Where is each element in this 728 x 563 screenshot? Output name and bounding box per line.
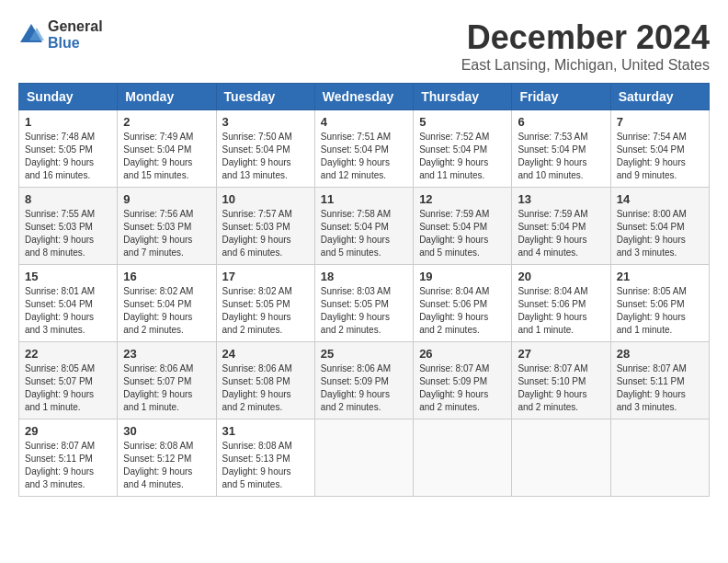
day-info: Sunrise: 7:48 AM Sunset: 5:05 PM Dayligh… (25, 131, 111, 182)
calendar-cell: 25 Sunrise: 8:06 AM Sunset: 5:09 PM Dayl… (314, 342, 413, 419)
day-number: 3 (222, 115, 309, 129)
day-info: Sunrise: 8:06 AM Sunset: 5:07 PM Dayligh… (123, 362, 210, 414)
logo: General Blue (18, 18, 103, 51)
weekday-header-friday: Friday (512, 84, 610, 110)
calendar-week-1: 1 Sunrise: 7:48 AM Sunset: 5:05 PM Dayli… (19, 110, 710, 188)
day-number: 22 (25, 347, 111, 361)
day-number: 1 (25, 115, 111, 129)
day-number: 18 (321, 270, 407, 283)
day-number: 24 (222, 347, 309, 361)
calendar-cell: 22 Sunrise: 8:05 AM Sunset: 5:07 PM Dayl… (19, 342, 118, 419)
day-number: 10 (222, 192, 309, 206)
day-number: 15 (25, 270, 111, 283)
calendar-cell (610, 419, 709, 497)
calendar-header-row: SundayMondayTuesdayWednesdayThursdayFrid… (19, 84, 710, 110)
calendar-cell: 28 Sunrise: 8:07 AM Sunset: 5:11 PM Dayl… (610, 342, 709, 419)
day-info: Sunrise: 8:04 AM Sunset: 5:06 PM Dayligh… (419, 285, 506, 337)
day-info: Sunrise: 8:06 AM Sunset: 5:08 PM Dayligh… (222, 362, 309, 414)
title-block: December 2024 East Lansing, Michigan, Un… (461, 18, 710, 74)
calendar-cell: 17 Sunrise: 8:02 AM Sunset: 5:05 PM Dayl… (216, 265, 314, 342)
weekday-header-monday: Monday (118, 84, 216, 110)
day-number: 28 (617, 347, 703, 361)
month-title: December 2024 (461, 18, 710, 57)
day-number: 31 (222, 424, 309, 438)
calendar-cell: 21 Sunrise: 8:05 AM Sunset: 5:06 PM Dayl… (610, 265, 709, 342)
day-info: Sunrise: 8:04 AM Sunset: 5:06 PM Dayligh… (518, 285, 604, 337)
day-info: Sunrise: 8:02 AM Sunset: 5:04 PM Dayligh… (123, 285, 210, 337)
calendar-cell: 24 Sunrise: 8:06 AM Sunset: 5:08 PM Dayl… (216, 342, 314, 419)
calendar-cell: 29 Sunrise: 8:07 AM Sunset: 5:11 PM Dayl… (19, 419, 118, 497)
day-number: 11 (321, 192, 407, 206)
weekday-header-tuesday: Tuesday (216, 84, 314, 110)
day-number: 5 (419, 115, 506, 129)
weekday-header-thursday: Thursday (414, 84, 512, 110)
calendar-cell (314, 419, 413, 497)
calendar-week-4: 22 Sunrise: 8:05 AM Sunset: 5:07 PM Dayl… (19, 342, 710, 419)
day-info: Sunrise: 7:54 AM Sunset: 5:04 PM Dayligh… (617, 131, 703, 182)
calendar-cell: 15 Sunrise: 8:01 AM Sunset: 5:04 PM Dayl… (19, 265, 118, 342)
calendar-week-5: 29 Sunrise: 8:07 AM Sunset: 5:11 PM Dayl… (19, 419, 710, 497)
logo-general: General (48, 18, 103, 35)
day-number: 13 (518, 192, 604, 206)
calendar-cell: 5 Sunrise: 7:52 AM Sunset: 5:04 PM Dayli… (414, 110, 512, 188)
day-info: Sunrise: 8:07 AM Sunset: 5:11 PM Dayligh… (25, 440, 111, 491)
day-info: Sunrise: 8:00 AM Sunset: 5:04 PM Dayligh… (617, 208, 703, 259)
day-number: 8 (25, 192, 111, 206)
calendar-table: SundayMondayTuesdayWednesdayThursdayFrid… (18, 83, 710, 497)
day-info: Sunrise: 7:59 AM Sunset: 5:04 PM Dayligh… (518, 208, 604, 259)
day-info: Sunrise: 8:03 AM Sunset: 5:05 PM Dayligh… (321, 285, 407, 337)
day-number: 9 (123, 192, 210, 206)
page-header: General Blue December 2024 East Lansing,… (18, 18, 710, 74)
day-info: Sunrise: 8:05 AM Sunset: 5:07 PM Dayligh… (25, 362, 111, 414)
calendar-cell: 12 Sunrise: 7:59 AM Sunset: 5:04 PM Dayl… (414, 188, 512, 265)
day-number: 26 (419, 347, 506, 361)
day-info: Sunrise: 8:02 AM Sunset: 5:05 PM Dayligh… (222, 285, 309, 337)
day-info: Sunrise: 7:57 AM Sunset: 5:03 PM Dayligh… (222, 208, 309, 259)
day-number: 7 (617, 115, 703, 129)
calendar-cell: 4 Sunrise: 7:51 AM Sunset: 5:04 PM Dayli… (314, 110, 413, 188)
calendar-cell: 27 Sunrise: 8:07 AM Sunset: 5:10 PM Dayl… (512, 342, 610, 419)
calendar-cell: 10 Sunrise: 7:57 AM Sunset: 5:03 PM Dayl… (216, 188, 314, 265)
calendar-cell: 23 Sunrise: 8:06 AM Sunset: 5:07 PM Dayl… (118, 342, 216, 419)
day-number: 12 (419, 192, 506, 206)
calendar-cell (414, 419, 512, 497)
day-number: 17 (222, 270, 309, 283)
day-info: Sunrise: 8:08 AM Sunset: 5:13 PM Dayligh… (222, 440, 309, 491)
calendar-cell: 16 Sunrise: 8:02 AM Sunset: 5:04 PM Dayl… (118, 265, 216, 342)
day-info: Sunrise: 8:06 AM Sunset: 5:09 PM Dayligh… (321, 362, 407, 414)
day-number: 29 (25, 424, 111, 438)
day-number: 14 (617, 192, 703, 206)
day-info: Sunrise: 8:07 AM Sunset: 5:11 PM Dayligh… (617, 362, 703, 414)
day-number: 6 (518, 115, 604, 129)
calendar-cell: 2 Sunrise: 7:49 AM Sunset: 5:04 PM Dayli… (118, 110, 216, 188)
day-info: Sunrise: 8:01 AM Sunset: 5:04 PM Dayligh… (25, 285, 111, 337)
logo-text: General Blue (48, 18, 103, 51)
calendar-cell: 7 Sunrise: 7:54 AM Sunset: 5:04 PM Dayli… (610, 110, 709, 188)
calendar-week-3: 15 Sunrise: 8:01 AM Sunset: 5:04 PM Dayl… (19, 265, 710, 342)
day-info: Sunrise: 8:07 AM Sunset: 5:09 PM Dayligh… (419, 362, 506, 414)
day-number: 20 (518, 270, 604, 283)
calendar-cell: 14 Sunrise: 8:00 AM Sunset: 5:04 PM Dayl… (610, 188, 709, 265)
calendar-cell: 1 Sunrise: 7:48 AM Sunset: 5:05 PM Dayli… (19, 110, 118, 188)
day-info: Sunrise: 7:53 AM Sunset: 5:04 PM Dayligh… (518, 131, 604, 182)
calendar-body: 1 Sunrise: 7:48 AM Sunset: 5:05 PM Dayli… (19, 110, 710, 497)
day-number: 30 (123, 424, 210, 438)
day-info: Sunrise: 7:58 AM Sunset: 5:04 PM Dayligh… (321, 208, 407, 259)
calendar-cell: 13 Sunrise: 7:59 AM Sunset: 5:04 PM Dayl… (512, 188, 610, 265)
day-info: Sunrise: 7:52 AM Sunset: 5:04 PM Dayligh… (419, 131, 506, 182)
calendar-cell (512, 419, 610, 497)
day-number: 21 (617, 270, 703, 283)
calendar-cell: 19 Sunrise: 8:04 AM Sunset: 5:06 PM Dayl… (414, 265, 512, 342)
calendar-cell: 31 Sunrise: 8:08 AM Sunset: 5:13 PM Dayl… (216, 419, 314, 497)
day-number: 27 (518, 347, 604, 361)
day-info: Sunrise: 7:49 AM Sunset: 5:04 PM Dayligh… (123, 131, 210, 182)
calendar-cell: 11 Sunrise: 7:58 AM Sunset: 5:04 PM Dayl… (314, 188, 413, 265)
day-number: 2 (123, 115, 210, 129)
day-info: Sunrise: 7:55 AM Sunset: 5:03 PM Dayligh… (25, 208, 111, 259)
day-info: Sunrise: 7:51 AM Sunset: 5:04 PM Dayligh… (321, 131, 407, 182)
weekday-header-saturday: Saturday (610, 84, 709, 110)
day-number: 23 (123, 347, 210, 361)
day-number: 19 (419, 270, 506, 283)
calendar-cell: 18 Sunrise: 8:03 AM Sunset: 5:05 PM Dayl… (314, 265, 413, 342)
calendar-cell: 3 Sunrise: 7:50 AM Sunset: 5:04 PM Dayli… (216, 110, 314, 188)
